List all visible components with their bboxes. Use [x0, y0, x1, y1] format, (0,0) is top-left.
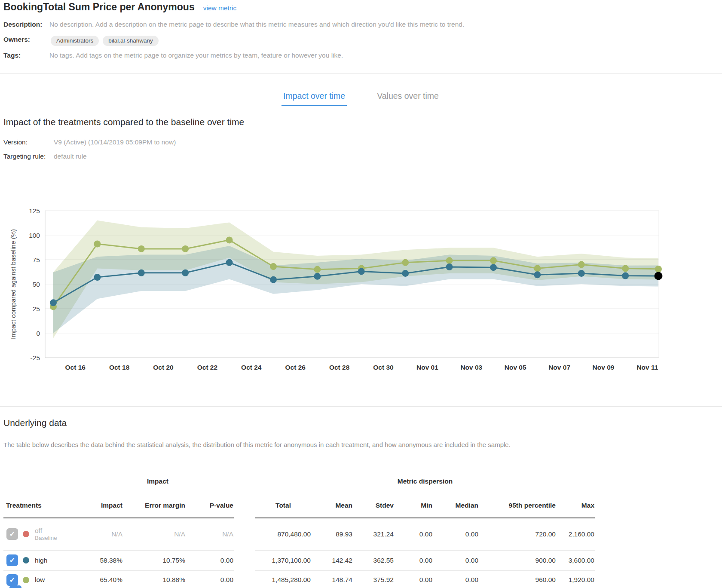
total-column-header: Total	[255, 493, 311, 518]
min-cell: 0.00	[394, 550, 433, 570]
max-cell: 3,600.00	[556, 550, 595, 570]
median-cell: 0.00	[433, 518, 479, 550]
min-column-header: Min	[394, 493, 433, 518]
version-label: Version:	[3, 138, 54, 146]
min-cell: 0.00	[394, 570, 433, 588]
p-value-column-header: P-value	[186, 493, 234, 518]
confidence-bands	[53, 220, 658, 338]
error-margin-column-header: Error margin	[123, 493, 186, 518]
owner-badge: Administrators	[51, 36, 99, 46]
low-data-point	[182, 245, 189, 252]
tab-values-over-time[interactable]: Values over time	[375, 89, 441, 106]
high-data-point	[50, 299, 57, 306]
min-cell: 0.00	[394, 518, 433, 550]
high-data-point	[226, 259, 233, 266]
95th-percentile-cell: 960.00	[479, 570, 556, 588]
high-data-point	[358, 268, 365, 275]
version-row: Version: V9 (Active) (10/14/2019 05:09PM…	[3, 138, 176, 146]
underlying-data-heading: Underlying data	[3, 418, 67, 428]
y-tick-label: 0	[36, 330, 40, 337]
underlying-data-subtitle: The table below describes the data behin…	[3, 441, 511, 448]
mean-column-header: Mean	[311, 493, 353, 518]
tab-impact-over-time[interactable]: Impact over time	[281, 89, 347, 106]
targeting-rule-value: default rule	[54, 153, 87, 160]
max-cell: 1,920.00	[556, 570, 595, 588]
checkmark-icon: ✓	[9, 530, 15, 539]
stdev-column-header: Stdev	[353, 493, 394, 518]
x-tick-label: Nov 07	[548, 364, 570, 371]
treatment-off-checkbox[interactable]: ✓	[6, 528, 18, 540]
treatment-row-low: ✓ low 65.40% 10.88% 0.00 1,485,280.00 14…	[3, 570, 595, 588]
high-data-point	[94, 274, 101, 281]
tags-row: Tags: No tags. Add tags on the metric pa…	[3, 52, 343, 59]
error-margin-cell: N/A	[123, 518, 186, 550]
median-cell: 0.00	[433, 550, 479, 570]
x-tick-label: Oct 20	[153, 364, 173, 371]
low-data-point	[655, 266, 662, 273]
high-data-point	[182, 270, 189, 276]
y-tick-label: 75	[33, 256, 40, 263]
stdev-cell: 362.55	[353, 550, 394, 570]
checkmark-icon: ✓	[9, 576, 15, 585]
x-tick-label: Oct 16	[65, 364, 86, 371]
high-data-point	[446, 263, 453, 270]
high-data-point	[314, 273, 321, 280]
median-cell: 0.00	[433, 570, 479, 588]
owner-badge: bilal.al-shahwany	[103, 36, 159, 46]
treatment-off-color-dot	[23, 531, 29, 537]
low-data-point	[446, 257, 453, 264]
median-column-header: Median	[433, 493, 479, 518]
total-cell: 870,480.00	[255, 518, 311, 550]
view-tabs: Impact over time Values over time	[0, 89, 722, 106]
low-data-point	[94, 241, 101, 248]
low-data-point	[534, 265, 541, 272]
p-value-cell: 0.00	[186, 570, 234, 588]
x-tick-label: Oct 26	[285, 364, 306, 371]
table-column-header-row: Treatments Impact Error margin P-value T…	[3, 493, 595, 518]
mean-cell: 89.93	[311, 518, 353, 550]
y-tick-label: 25	[33, 305, 40, 312]
impact-cell: 58.38%	[82, 550, 123, 570]
high-data-point	[490, 264, 497, 271]
high-data-point	[578, 270, 585, 277]
high-data-point	[138, 270, 145, 276]
header-divider	[0, 73, 722, 74]
95th-percentile-cell: 720.00	[479, 518, 556, 550]
mean-cell: 142.42	[311, 550, 353, 570]
x-axis-labels: Oct 16Oct 18Oct 20Oct 22Oct 24Oct 26Oct …	[65, 364, 658, 371]
y-tick-label: 125	[29, 207, 40, 214]
view-metric-link[interactable]: view metric	[203, 4, 237, 12]
low-data-point	[314, 266, 321, 273]
version-value: V9 (Active) (10/14/2019 05:09PM to now)	[54, 138, 176, 146]
p-value-cell: 0.00	[186, 550, 234, 570]
targeting-rule-row: Targeting rule: default rule	[3, 153, 87, 160]
x-tick-label: Oct 24	[241, 364, 262, 371]
partial-next-row-checkbox[interactable]	[9, 585, 21, 588]
low-data-point	[270, 263, 277, 270]
owners-label: Owners:	[3, 36, 49, 43]
max-column-header: Max	[556, 493, 595, 518]
low-data-point	[402, 259, 409, 266]
description-row: Description: No description. Add a descr…	[3, 21, 464, 28]
total-cell: 1,485,280.00	[255, 570, 311, 588]
total-cell: 1,370,100.00	[255, 550, 311, 570]
x-tick-label: Nov 09	[593, 364, 615, 371]
high-data-point	[534, 271, 541, 278]
treatment-row-high: ✓ high 58.38% 10.75% 0.00 1,370,100.00 1…	[3, 550, 595, 570]
p-value-cell: N/A	[186, 518, 234, 550]
error-margin-cell: 10.75%	[123, 550, 186, 570]
y-axis-labels: 1251007550250-25Impact compared against …	[9, 207, 40, 361]
tags-label: Tags:	[3, 52, 49, 59]
impact-cell: N/A	[82, 518, 123, 550]
treatment-label: high	[35, 557, 47, 564]
y-axis-title: Impact compared against baseline (%)	[9, 229, 17, 339]
description-label: Description:	[3, 21, 49, 28]
x-tick-label: Nov 11	[636, 364, 658, 371]
low-data-point	[490, 257, 497, 264]
impact-section-heading: Impact of the treatments compared to the…	[3, 117, 244, 127]
stdev-cell: 321.24	[353, 518, 394, 550]
treatment-high-checkbox[interactable]: ✓	[6, 554, 18, 566]
high-data-point	[622, 273, 629, 279]
high-data-point	[270, 276, 277, 283]
treatment-low-checkbox[interactable]: ✓	[6, 574, 18, 586]
